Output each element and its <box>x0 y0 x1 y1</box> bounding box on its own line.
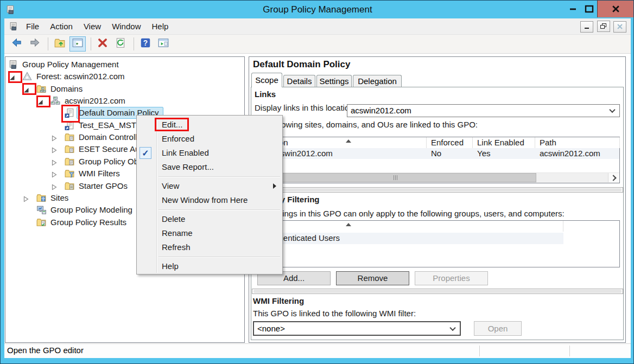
toolbar-separator <box>48 37 48 50</box>
menu-item-delete[interactable]: Delete <box>137 212 282 226</box>
tab-delegation[interactable]: Delegation <box>353 75 402 87</box>
hscrollbar-right-button[interactable] <box>608 173 619 182</box>
links-col-enforced[interactable]: Enforced <box>427 137 473 148</box>
modeling-icon <box>36 205 46 215</box>
console-tree-toggle-button[interactable] <box>69 36 86 52</box>
collapsed-arrow-icon[interactable] <box>52 170 58 177</box>
location-combobox-value: acswin2012.com <box>351 106 411 115</box>
up-one-level-icon <box>54 37 66 51</box>
menu-item-link-enabled[interactable]: Link Enabled <box>137 146 282 160</box>
tree-item-group-policy-management[interactable]: Group Policy Management <box>5 59 244 71</box>
menu-view[interactable]: View <box>78 18 106 34</box>
domain-icon <box>50 96 60 106</box>
annotation-box-domains-expander <box>22 83 36 95</box>
minimize-button[interactable] <box>566 1 581 17</box>
menu-file[interactable]: File <box>21 18 45 34</box>
menu-help[interactable]: Help <box>146 18 174 34</box>
help-icon: ? <box>140 37 151 51</box>
close-button[interactable] <box>597 1 633 17</box>
linked-gpo-label: The following sites, domains, and OUs ar… <box>255 120 478 129</box>
collapsed-arrow-icon[interactable] <box>52 146 58 152</box>
gpo-folder-icon <box>65 157 74 167</box>
tab-details[interactable]: Details <box>283 75 315 87</box>
sites-folder-icon <box>36 193 46 203</box>
domains-folder-icon <box>36 84 46 94</box>
tab-settings[interactable]: Settings <box>316 75 352 87</box>
action-pane-icon <box>157 37 169 51</box>
up-one-level-button[interactable] <box>52 36 68 52</box>
links-col-path[interactable]: Path <box>535 137 620 148</box>
svg-text:?: ? <box>143 39 148 47</box>
security-filtering-label: The settings in this GPO can only apply … <box>253 209 565 218</box>
hscrollbar-thumb[interactable] <box>254 173 536 182</box>
results-icon <box>36 218 46 227</box>
tree-item-label: Domains <box>50 83 83 95</box>
wmi-folder-icon <box>65 169 74 178</box>
menu-item-new-window-from-here[interactable]: New Window from Here <box>137 193 282 207</box>
tree-item-label: Forest: acswin2012.com <box>36 71 125 82</box>
submenu-arrow-icon <box>273 183 276 189</box>
open-button[interactable]: Open <box>474 321 522 336</box>
gpmc-console-icon <box>8 60 18 69</box>
properties-button[interactable]: Properties <box>415 271 488 285</box>
action-pane-button[interactable] <box>155 36 172 52</box>
menu-item-rename[interactable]: Rename <box>137 226 282 240</box>
location-combobox[interactable]: acswin2012.com <box>347 104 620 117</box>
menu-separator <box>158 257 280 257</box>
menu-window[interactable]: Window <box>106 18 146 34</box>
menu-item-help[interactable]: Help <box>137 259 282 273</box>
title-bar: Group Policy Management <box>1 1 634 18</box>
status-bar: Open the GPO editor <box>4 343 631 358</box>
section-splitter[interactable] <box>252 187 623 193</box>
section-splitter[interactable] <box>252 289 623 294</box>
tree-item-label: Test_ESA_MST <box>79 119 136 131</box>
security-col-extra[interactable] <box>563 221 619 232</box>
wmi-filter-value: <none> <box>257 324 285 333</box>
back-button[interactable] <box>9 36 25 52</box>
console-app-icon <box>9 22 18 31</box>
mdi-close-button[interactable] <box>613 21 626 33</box>
ou-folder-icon <box>65 144 74 154</box>
menu-separator <box>158 176 280 177</box>
starter-folder-icon <box>65 181 74 191</box>
delete-icon <box>97 37 109 51</box>
security-col-name[interactable] <box>253 221 563 232</box>
collapsed-arrow-icon[interactable] <box>52 134 58 141</box>
menu-action[interactable]: Action <box>45 18 78 34</box>
mdi-restore-button[interactable] <box>597 21 610 32</box>
collapsed-arrow-icon[interactable] <box>23 195 30 201</box>
console-tree-toggle-icon <box>72 37 84 51</box>
menu-item-view[interactable]: View <box>137 179 282 193</box>
forward-button[interactable] <box>27 36 43 52</box>
menu-item-enforced[interactable]: Enforced <box>137 132 282 146</box>
tab-scope[interactable]: Scope <box>251 73 282 87</box>
toolbar: ? <box>4 35 631 54</box>
status-separator <box>479 346 480 356</box>
remove-button[interactable]: Remove <box>336 271 409 285</box>
help-button[interactable]: ? <box>137 36 154 52</box>
annotation-box-domain-expander <box>36 95 50 107</box>
tree-item-forest-acswin2012-com[interactable]: Forest: acswin2012.com <box>5 71 244 82</box>
annotation-box-edit-menu-item <box>155 118 189 131</box>
mdi-minimize-button[interactable] <box>580 21 593 33</box>
menu-item-save-report[interactable]: Save Report... <box>137 160 282 174</box>
display-links-label: Display links in this location: <box>255 103 356 112</box>
collapsed-arrow-icon[interactable] <box>52 158 58 165</box>
wmi-filtering-heading: WMI Filtering <box>253 296 304 305</box>
gpmc-window: Group Policy Management FileActionViewWi… <box>0 0 634 364</box>
tree-item-domains[interactable]: Domains <box>5 83 244 95</box>
status-separator <box>569 346 570 356</box>
ou-folder-icon <box>65 132 74 142</box>
context-menu: Edit...EnforcedLink Enabled✓Save Report.… <box>136 115 283 274</box>
wmi-filter-combobox[interactable]: <none> <box>253 321 461 336</box>
delete-button[interactable] <box>94 36 111 52</box>
maximize-button[interactable] <box>581 1 597 17</box>
tree-item-label: Group Policy Results <box>50 216 126 228</box>
refresh-button[interactable] <box>112 36 129 52</box>
window-title: Group Policy Management <box>1 1 634 18</box>
menu-item-refresh[interactable]: Refresh <box>137 240 282 254</box>
collapsed-arrow-icon[interactable] <box>52 183 58 189</box>
checkmark-icon: ✓ <box>140 147 151 159</box>
links-col-link-enabled[interactable]: Link Enabled <box>473 137 535 148</box>
annotation-box-default-domain-policy-icon <box>61 105 80 123</box>
